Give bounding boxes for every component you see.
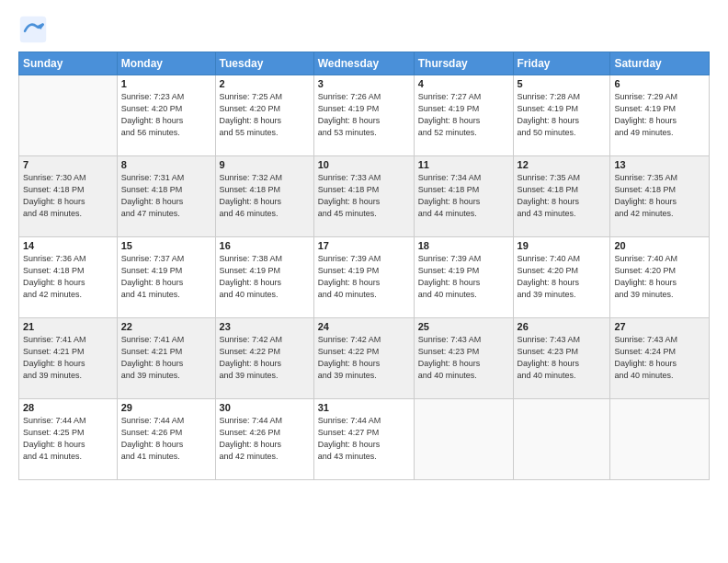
calendar-cell: 9Sunrise: 7:32 AMSunset: 4:18 PMDaylight… bbox=[215, 156, 313, 237]
day-number: 16 bbox=[220, 240, 310, 251]
day-info: Sunrise: 7:39 AMSunset: 4:19 PMDaylight:… bbox=[418, 253, 509, 301]
day-info: Sunrise: 7:42 AMSunset: 4:22 PMDaylight:… bbox=[318, 334, 410, 382]
calendar-cell: 27Sunrise: 7:43 AMSunset: 4:24 PMDayligh… bbox=[610, 318, 710, 399]
day-info: Sunrise: 7:30 AMSunset: 4:18 PMDaylight:… bbox=[23, 172, 113, 220]
day-info: Sunrise: 7:43 AMSunset: 4:23 PMDaylight:… bbox=[418, 334, 509, 382]
calendar-cell: 23Sunrise: 7:42 AMSunset: 4:22 PMDayligh… bbox=[215, 318, 313, 399]
col-header-friday: Friday bbox=[513, 52, 610, 75]
day-info: Sunrise: 7:39 AMSunset: 4:19 PMDaylight:… bbox=[318, 253, 410, 301]
calendar-week-row: 14Sunrise: 7:36 AMSunset: 4:18 PMDayligh… bbox=[19, 237, 710, 318]
calendar-cell: 16Sunrise: 7:38 AMSunset: 4:19 PMDayligh… bbox=[215, 237, 313, 318]
calendar-week-row: 1Sunrise: 7:23 AMSunset: 4:20 PMDaylight… bbox=[19, 75, 710, 156]
calendar-cell: 18Sunrise: 7:39 AMSunset: 4:19 PMDayligh… bbox=[414, 237, 513, 318]
calendar-cell: 6Sunrise: 7:29 AMSunset: 4:19 PMDaylight… bbox=[610, 75, 710, 156]
day-number: 4 bbox=[418, 78, 509, 89]
calendar-cell: 28Sunrise: 7:44 AMSunset: 4:25 PMDayligh… bbox=[19, 399, 118, 480]
calendar-cell bbox=[513, 399, 610, 480]
day-info: Sunrise: 7:31 AMSunset: 4:18 PMDaylight:… bbox=[121, 172, 211, 220]
calendar-cell: 25Sunrise: 7:43 AMSunset: 4:23 PMDayligh… bbox=[414, 318, 513, 399]
calendar-cell: 3Sunrise: 7:26 AMSunset: 4:19 PMDaylight… bbox=[313, 75, 414, 156]
day-info: Sunrise: 7:27 AMSunset: 4:19 PMDaylight:… bbox=[418, 91, 509, 139]
day-number: 23 bbox=[220, 321, 310, 332]
day-number: 12 bbox=[518, 159, 607, 170]
calendar-cell: 5Sunrise: 7:28 AMSunset: 4:19 PMDaylight… bbox=[513, 75, 610, 156]
day-number: 30 bbox=[220, 402, 310, 413]
calendar-cell: 22Sunrise: 7:41 AMSunset: 4:21 PMDayligh… bbox=[117, 318, 215, 399]
day-number: 7 bbox=[23, 159, 113, 170]
col-header-thursday: Thursday bbox=[414, 52, 513, 75]
day-info: Sunrise: 7:32 AMSunset: 4:18 PMDaylight:… bbox=[220, 172, 310, 220]
calendar-cell: 10Sunrise: 7:33 AMSunset: 4:18 PMDayligh… bbox=[313, 156, 414, 237]
day-number: 29 bbox=[121, 402, 211, 413]
day-info: Sunrise: 7:44 AMSunset: 4:26 PMDaylight:… bbox=[121, 415, 211, 463]
page: SundayMondayTuesdayWednesdayThursdayFrid… bbox=[0, 0, 728, 563]
day-number: 25 bbox=[418, 321, 509, 332]
calendar-cell: 15Sunrise: 7:37 AMSunset: 4:19 PMDayligh… bbox=[117, 237, 215, 318]
calendar: SundayMondayTuesdayWednesdayThursdayFrid… bbox=[18, 52, 710, 480]
day-number: 24 bbox=[318, 321, 410, 332]
day-info: Sunrise: 7:28 AMSunset: 4:19 PMDaylight:… bbox=[518, 91, 607, 139]
day-info: Sunrise: 7:35 AMSunset: 4:18 PMDaylight:… bbox=[518, 172, 607, 220]
day-number: 10 bbox=[318, 159, 410, 170]
calendar-cell: 12Sunrise: 7:35 AMSunset: 4:18 PMDayligh… bbox=[513, 156, 610, 237]
day-info: Sunrise: 7:23 AMSunset: 4:20 PMDaylight:… bbox=[121, 91, 211, 139]
day-number: 8 bbox=[121, 159, 211, 170]
calendar-cell: 14Sunrise: 7:36 AMSunset: 4:18 PMDayligh… bbox=[19, 237, 118, 318]
calendar-week-row: 21Sunrise: 7:41 AMSunset: 4:21 PMDayligh… bbox=[19, 318, 710, 399]
day-number: 18 bbox=[418, 240, 509, 251]
calendar-week-row: 28Sunrise: 7:44 AMSunset: 4:25 PMDayligh… bbox=[19, 399, 710, 480]
day-info: Sunrise: 7:40 AMSunset: 4:20 PMDaylight:… bbox=[518, 253, 607, 301]
day-number: 22 bbox=[121, 321, 211, 332]
day-number: 9 bbox=[220, 159, 310, 170]
day-info: Sunrise: 7:29 AMSunset: 4:19 PMDaylight:… bbox=[614, 91, 705, 139]
day-info: Sunrise: 7:36 AMSunset: 4:18 PMDaylight:… bbox=[23, 253, 113, 301]
calendar-cell: 30Sunrise: 7:44 AMSunset: 4:26 PMDayligh… bbox=[215, 399, 313, 480]
day-number: 17 bbox=[318, 240, 410, 251]
calendar-cell: 8Sunrise: 7:31 AMSunset: 4:18 PMDaylight… bbox=[117, 156, 215, 237]
day-number: 21 bbox=[23, 321, 113, 332]
calendar-cell: 31Sunrise: 7:44 AMSunset: 4:27 PMDayligh… bbox=[313, 399, 414, 480]
col-header-wednesday: Wednesday bbox=[313, 52, 414, 75]
day-info: Sunrise: 7:38 AMSunset: 4:19 PMDaylight:… bbox=[220, 253, 310, 301]
logo bbox=[18, 15, 51, 44]
calendar-week-row: 7Sunrise: 7:30 AMSunset: 4:18 PMDaylight… bbox=[19, 156, 710, 237]
day-number: 13 bbox=[614, 159, 705, 170]
calendar-cell: 11Sunrise: 7:34 AMSunset: 4:18 PMDayligh… bbox=[414, 156, 513, 237]
day-number: 27 bbox=[614, 321, 705, 332]
calendar-cell: 7Sunrise: 7:30 AMSunset: 4:18 PMDaylight… bbox=[19, 156, 118, 237]
day-number: 2 bbox=[220, 78, 310, 89]
day-number: 15 bbox=[121, 240, 211, 251]
day-info: Sunrise: 7:42 AMSunset: 4:22 PMDaylight:… bbox=[220, 334, 310, 382]
calendar-cell: 4Sunrise: 7:27 AMSunset: 4:19 PMDaylight… bbox=[414, 75, 513, 156]
day-info: Sunrise: 7:44 AMSunset: 4:25 PMDaylight:… bbox=[23, 415, 113, 463]
day-number: 14 bbox=[23, 240, 113, 251]
calendar-cell: 21Sunrise: 7:41 AMSunset: 4:21 PMDayligh… bbox=[19, 318, 118, 399]
day-info: Sunrise: 7:33 AMSunset: 4:18 PMDaylight:… bbox=[318, 172, 410, 220]
calendar-cell: 1Sunrise: 7:23 AMSunset: 4:20 PMDaylight… bbox=[117, 75, 215, 156]
svg-rect-0 bbox=[20, 17, 46, 42]
day-info: Sunrise: 7:43 AMSunset: 4:24 PMDaylight:… bbox=[614, 334, 705, 382]
day-number: 11 bbox=[418, 159, 509, 170]
col-header-sunday: Sunday bbox=[19, 52, 118, 75]
day-info: Sunrise: 7:25 AMSunset: 4:20 PMDaylight:… bbox=[220, 91, 310, 139]
day-info: Sunrise: 7:34 AMSunset: 4:18 PMDaylight:… bbox=[418, 172, 509, 220]
day-number: 19 bbox=[518, 240, 607, 251]
col-header-tuesday: Tuesday bbox=[215, 52, 313, 75]
calendar-cell: 19Sunrise: 7:40 AMSunset: 4:20 PMDayligh… bbox=[513, 237, 610, 318]
day-number: 3 bbox=[318, 78, 410, 89]
calendar-cell: 20Sunrise: 7:40 AMSunset: 4:20 PMDayligh… bbox=[610, 237, 710, 318]
day-number: 20 bbox=[614, 240, 705, 251]
day-info: Sunrise: 7:40 AMSunset: 4:20 PMDaylight:… bbox=[614, 253, 705, 301]
calendar-cell: 29Sunrise: 7:44 AMSunset: 4:26 PMDayligh… bbox=[117, 399, 215, 480]
calendar-cell: 13Sunrise: 7:35 AMSunset: 4:18 PMDayligh… bbox=[610, 156, 710, 237]
col-header-monday: Monday bbox=[117, 52, 215, 75]
day-number: 31 bbox=[318, 402, 410, 413]
calendar-cell: 26Sunrise: 7:43 AMSunset: 4:23 PMDayligh… bbox=[513, 318, 610, 399]
day-number: 26 bbox=[518, 321, 607, 332]
day-info: Sunrise: 7:35 AMSunset: 4:18 PMDaylight:… bbox=[614, 172, 705, 220]
day-info: Sunrise: 7:41 AMSunset: 4:21 PMDaylight:… bbox=[121, 334, 211, 382]
day-number: 28 bbox=[23, 402, 113, 413]
day-info: Sunrise: 7:43 AMSunset: 4:23 PMDaylight:… bbox=[518, 334, 607, 382]
day-number: 1 bbox=[121, 78, 211, 89]
calendar-cell: 24Sunrise: 7:42 AMSunset: 4:22 PMDayligh… bbox=[313, 318, 414, 399]
